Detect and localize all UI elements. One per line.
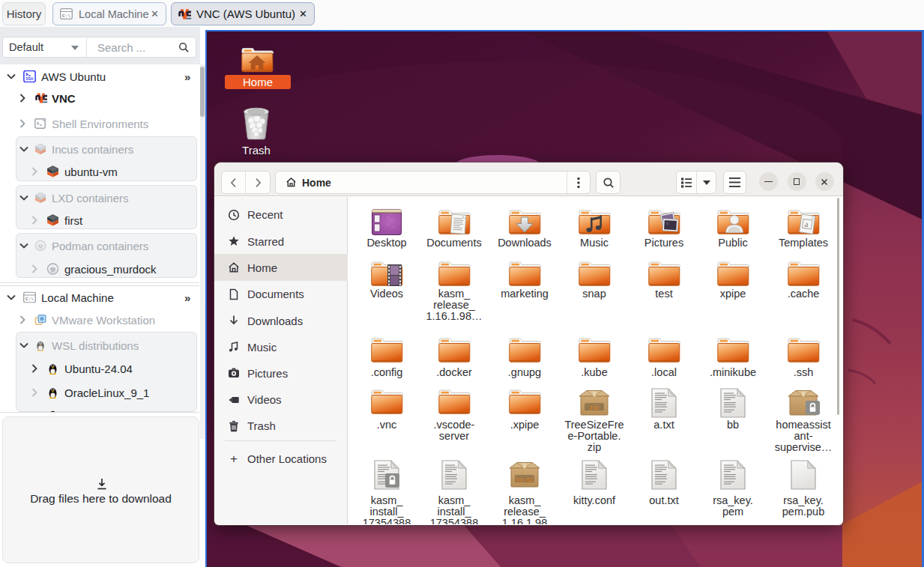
svg-text:zip: zip — [590, 404, 600, 411]
svg-text:tar.gz: tar.gz — [516, 476, 534, 483]
